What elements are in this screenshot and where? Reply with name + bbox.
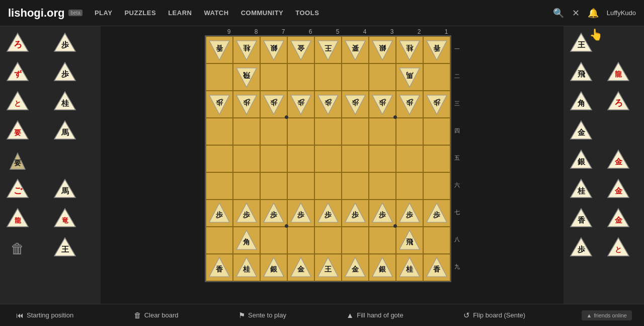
board-cell[interactable]: 歩 xyxy=(206,200,233,227)
right-rook[interactable]: 飛 xyxy=(568,59,595,87)
board-cell[interactable] xyxy=(369,227,396,254)
board-cell[interactable]: 王 xyxy=(314,254,342,281)
board-cell[interactable]: 歩 xyxy=(423,91,450,118)
board-cell[interactable] xyxy=(423,145,450,172)
board-cell[interactable] xyxy=(423,118,450,145)
site-logo[interactable]: lishogi.org xyxy=(8,7,64,20)
tray-piece-7[interactable]: 要 xyxy=(4,118,31,145)
board-cell[interactable]: 歩 xyxy=(206,91,233,118)
board-cell[interactable]: 銀 xyxy=(260,36,287,63)
board-cell[interactable]: 金 xyxy=(287,36,314,63)
bell-icon[interactable]: 🔔 xyxy=(588,8,599,19)
tray-piece-6[interactable]: 桂 xyxy=(51,89,78,116)
board-cell[interactable]: 飛 xyxy=(233,63,260,91)
board-cell[interactable]: 歩 xyxy=(396,91,423,118)
board-cell[interactable] xyxy=(206,118,233,145)
board-cell[interactable] xyxy=(396,172,423,200)
right-gold[interactable]: 金 xyxy=(568,118,595,145)
tray-piece-1[interactable]: ろ xyxy=(4,30,31,57)
board-cell[interactable]: 歩 xyxy=(233,91,260,118)
board-cell[interactable]: 桂 xyxy=(396,254,423,281)
board-cell[interactable]: 歩 xyxy=(369,91,396,118)
flip-board-btn[interactable]: ↺ Flip board (Sente) xyxy=(459,309,529,322)
board-cell[interactable] xyxy=(233,145,260,172)
board-cell[interactable]: 桂 xyxy=(233,36,260,63)
board-cell[interactable] xyxy=(260,172,287,200)
tray-piece-11[interactable]: 馬 xyxy=(51,176,78,204)
username[interactable]: LuffyKudo xyxy=(607,9,636,17)
board-cell[interactable] xyxy=(233,118,260,145)
right-pbishop[interactable]: ろ xyxy=(605,89,632,116)
close-icon[interactable]: ✕ xyxy=(572,8,580,19)
board-cell[interactable]: 王 xyxy=(314,36,342,63)
board-cell[interactable] xyxy=(314,63,342,91)
board-cell[interactable] xyxy=(206,172,233,200)
right-silver[interactable]: 銀 xyxy=(568,147,595,174)
board-cell[interactable] xyxy=(206,145,233,172)
board-cell[interactable] xyxy=(287,172,314,200)
tray-piece-2[interactable]: 歩 xyxy=(51,30,78,57)
board-cell[interactable] xyxy=(423,63,450,91)
board-cell[interactable] xyxy=(369,145,396,172)
board-cell[interactable]: 桂 xyxy=(396,36,423,63)
board-cell[interactable]: 銀 xyxy=(369,36,396,63)
board-cell[interactable] xyxy=(423,227,450,254)
board-cell[interactable]: 銀 xyxy=(260,254,287,281)
board-cell[interactable]: 馬 xyxy=(396,63,423,91)
board-cell[interactable]: 歩 xyxy=(342,91,369,118)
tray-piece-8[interactable]: 馬 xyxy=(51,118,78,145)
board-cell[interactable] xyxy=(206,227,233,254)
board-cell[interactable] xyxy=(342,172,369,200)
board-cell[interactable] xyxy=(260,63,287,91)
board-cell[interactable] xyxy=(287,118,314,145)
nav-tools[interactable]: TOOLS xyxy=(295,9,319,17)
tray-piece-4[interactable]: 歩 xyxy=(51,59,78,87)
tray-piece-13[interactable]: 竜 xyxy=(51,206,78,233)
board-cell[interactable] xyxy=(314,145,342,172)
board-cell[interactable]: 桂 xyxy=(233,254,260,281)
board-cell[interactable]: 香 xyxy=(206,36,233,63)
sente-to-play-btn[interactable]: ⚑ Sente to play xyxy=(234,309,290,322)
tray-piece-9[interactable]: 要 xyxy=(4,147,31,174)
board-cell[interactable]: 金 xyxy=(287,254,314,281)
tray-piece-12[interactable]: 龍 xyxy=(4,206,31,233)
board-cell[interactable]: 香 xyxy=(423,254,450,281)
board-cell[interactable]: 香 xyxy=(423,36,450,63)
nav-learn[interactable]: LEARN xyxy=(168,9,192,17)
board-cell[interactable] xyxy=(396,145,423,172)
board-cell[interactable] xyxy=(369,63,396,91)
tray-piece-5[interactable]: と xyxy=(4,89,31,116)
board-cell[interactable]: 飛 xyxy=(396,227,423,254)
board-cell[interactable] xyxy=(342,63,369,91)
board-cell[interactable]: 要 xyxy=(342,36,369,63)
board-cell[interactable]: 歩 xyxy=(260,200,287,227)
starting-position-btn[interactable]: ⏮ Starting position xyxy=(12,309,77,321)
board-cell[interactable] xyxy=(396,118,423,145)
right-pknight[interactable]: 金 xyxy=(605,176,632,204)
search-icon[interactable]: 🔍 xyxy=(553,8,564,19)
board-cell[interactable] xyxy=(260,145,287,172)
board-cell[interactable] xyxy=(314,227,342,254)
board-cell[interactable]: 歩 xyxy=(233,200,260,227)
nav-play[interactable]: PLAY xyxy=(95,9,112,17)
right-king[interactable]: 王 👆 xyxy=(568,30,595,57)
right-knight[interactable]: 桂 xyxy=(568,176,595,204)
nav-community[interactable]: COMMUNITY xyxy=(241,9,284,17)
board-cell[interactable]: 歩 xyxy=(287,91,314,118)
clear-board-btn[interactable]: 🗑 Clear board xyxy=(130,309,183,321)
board-cell[interactable] xyxy=(287,145,314,172)
trash-icon[interactable]: 🗑 xyxy=(4,235,31,262)
board-cell[interactable]: 歩 xyxy=(260,91,287,118)
board-cell[interactable]: 歩 xyxy=(314,200,342,227)
board-cell[interactable] xyxy=(260,118,287,145)
board-cell[interactable] xyxy=(423,172,450,200)
board-cell[interactable] xyxy=(369,118,396,145)
nav-puzzles[interactable]: PUZZLES xyxy=(124,9,156,17)
right-bishop[interactable]: 角 xyxy=(568,89,595,116)
board-cell[interactable]: 香 xyxy=(206,254,233,281)
board-cell[interactable]: 歩 xyxy=(287,200,314,227)
board-cell[interactable] xyxy=(342,227,369,254)
right-pawn[interactable]: 歩 xyxy=(568,235,595,262)
board-cell[interactable] xyxy=(287,63,314,91)
board-cell[interactable] xyxy=(260,227,287,254)
